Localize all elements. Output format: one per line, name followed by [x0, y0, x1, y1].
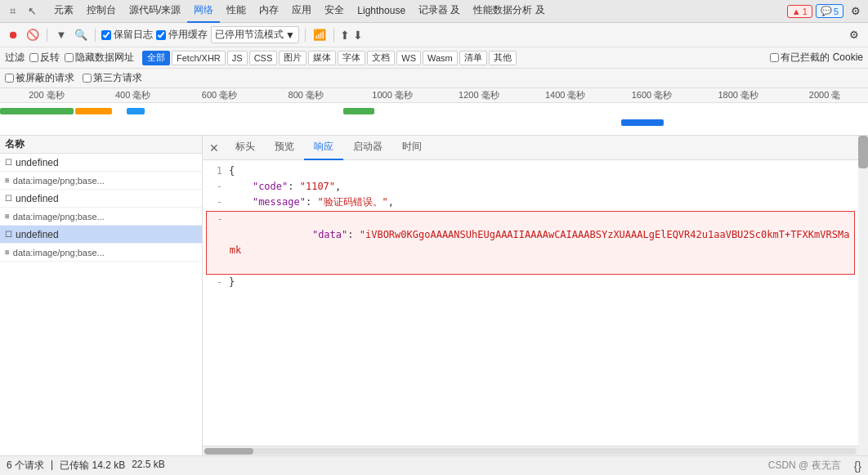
response-line-4: - "data": "iVBORw0KGgoAAAANSUhEUgAAAIIAA… — [206, 211, 855, 276]
item-name: undefined — [16, 229, 59, 240]
item-name: data:image/png;base... — [13, 248, 105, 258]
separator-3 — [305, 29, 306, 42]
tick-0: 200 毫秒 — [3, 89, 90, 101]
timeline-bar-4 — [621, 119, 664, 126]
menu-item-lighthouse[interactable]: Lighthouse — [351, 0, 412, 23]
throttle-dropdown[interactable]: 已停用节流模式 ▼ — [211, 26, 299, 43]
menu-item-performance[interactable]: 性能 — [220, 0, 253, 23]
tab-initiator[interactable]: 启动器 — [343, 136, 392, 160]
item-name: undefined — [16, 157, 59, 168]
timeline-bar-3 — [343, 108, 374, 114]
filter-wasm-btn[interactable]: Wasm — [423, 51, 458, 65]
menu-item-network[interactable]: 网络 — [187, 0, 220, 23]
timeline-area: 200 毫秒 400 毫秒 600 毫秒 800 毫秒 1000 毫秒 1200… — [0, 88, 868, 136]
tab-headers[interactable]: 标头 — [226, 136, 265, 160]
watermark-text: CSDN @ 夜无言 — [768, 459, 841, 473]
menu-bar: ⌗ ↖ 元素 控制台 源代码/来源 网络 性能 内存 应用 安全 Lightho… — [0, 0, 868, 23]
filter-font-btn[interactable]: 字体 — [338, 51, 365, 65]
menu-bar-left: ⌗ ↖ — [3, 2, 41, 20]
tick-1: 400 毫秒 — [90, 89, 177, 101]
menu-item-perf-insights[interactable]: 性能数据分析 及 — [467, 0, 551, 23]
cookie-filter-checkbox[interactable]: 有已拦截的 Cookie — [770, 51, 863, 65]
wifi-icon[interactable]: 📶 — [311, 27, 328, 43]
list-item[interactable]: ≡ data:image/png;base... — [0, 244, 202, 262]
dock-icon[interactable]: ⌗ — [3, 2, 21, 20]
record-button[interactable]: ⏺ — [5, 27, 21, 43]
scrollbar-track — [204, 448, 857, 455]
filter-media-btn[interactable]: 媒体 — [308, 51, 336, 65]
inspect-icon[interactable]: ↖ — [23, 2, 41, 20]
tab-preview[interactable]: 预览 — [265, 136, 304, 160]
filter-all-btn[interactable]: 全部 — [142, 51, 170, 65]
close-panel-button[interactable]: ✕ — [205, 139, 223, 157]
vertical-scrollbar[interactable] — [858, 136, 868, 455]
filter-fetch-btn[interactable]: Fetch/XHR — [172, 51, 226, 65]
timeline-bar-0 — [0, 108, 74, 114]
horizontal-scrollbar[interactable] — [203, 446, 858, 455]
hide-data-urls-checkbox[interactable]: 隐藏数据网址 — [65, 51, 134, 65]
menu-item-sources[interactable]: 源代码/来源 — [123, 0, 187, 23]
settings-icon[interactable]: ⚙ — [847, 2, 865, 20]
filter-ws-btn[interactable]: WS — [396, 51, 421, 65]
upload-icon[interactable]: ⬆ — [340, 29, 350, 42]
preserve-log-label: 保留日志 — [114, 28, 153, 42]
menu-item-application[interactable]: 应用 — [285, 0, 318, 23]
filter-css-btn[interactable]: CSS — [249, 51, 278, 65]
menu-item-elements[interactable]: 元素 — [47, 0, 80, 23]
error-badge[interactable]: ▲ 1 — [787, 5, 812, 18]
response-content[interactable]: 1 { - "code": "1107", - "message": "验证码错… — [203, 160, 858, 446]
menu-item-console[interactable]: 控制台 — [80, 0, 123, 23]
filter-other-btn[interactable]: 其他 — [489, 51, 517, 65]
transferred-label: 已传输 14.2 kB — [60, 459, 125, 473]
reverse-checkbox[interactable]: 反转 — [29, 51, 60, 65]
filter-icon[interactable]: ▼ — [53, 27, 69, 43]
search-icon[interactable]: 🔍 — [73, 27, 89, 43]
info-badge[interactable]: 💬 5 — [816, 4, 843, 18]
info-count: 5 — [834, 7, 839, 16]
disable-cache-label: 停用缓存 — [168, 28, 208, 42]
scrollbar-thumb[interactable] — [204, 448, 253, 455]
filter-img-btn[interactable]: 图片 — [279, 51, 306, 65]
list-item[interactable]: ☐ undefined — [0, 190, 202, 208]
clear-button[interactable]: 🚫 — [25, 27, 41, 43]
tab-response[interactable]: 响应 — [304, 136, 343, 160]
menu-items: 元素 控制台 源代码/来源 网络 性能 内存 应用 安全 Lighthouse … — [47, 0, 787, 23]
dropdown-arrow: ▼ — [285, 29, 295, 41]
filter-manifest-btn[interactable]: 清单 — [459, 51, 487, 65]
v-scrollbar-thumb[interactable] — [858, 136, 868, 168]
data-icon: ≡ — [5, 248, 10, 257]
tick-7: 1600 毫秒 — [609, 89, 696, 101]
third-party-checkbox[interactable]: 第三方请求 — [83, 71, 142, 85]
download-icon[interactable]: ⬇ — [353, 29, 363, 42]
console-icon[interactable]: {} — [854, 459, 861, 473]
network-settings-icon[interactable]: ⚙ — [845, 26, 863, 44]
status-bar: 6 个请求 | 已传输 14.2 kB 22.5 kB CSDN @ 夜无言 {… — [0, 455, 868, 475]
menu-bar-right: ▲ 1 💬 5 ⚙ — [787, 2, 865, 20]
tick-3: 800 毫秒 — [262, 89, 349, 101]
tab-timing[interactable]: 时间 — [392, 136, 432, 160]
item-name: data:image/png;base... — [13, 212, 105, 222]
list-item[interactable]: ☐ undefined — [0, 154, 202, 172]
size-label: 22.5 kB — [132, 459, 165, 473]
menu-item-memory[interactable]: 内存 — [253, 0, 285, 23]
tick-8: 1800 毫秒 — [695, 89, 781, 101]
list-item[interactable]: ≡ data:image/png;base... — [0, 208, 202, 226]
error-icon: ▲ — [792, 7, 801, 16]
response-line-5: - } — [206, 275, 855, 290]
response-line-1: 1 { — [206, 164, 855, 179]
data-icon: ≡ — [5, 176, 10, 185]
filter-js-btn[interactable]: JS — [227, 51, 248, 65]
menu-item-recorder[interactable]: 记录器 及 — [412, 0, 467, 23]
timeline-header: 200 毫秒 400 毫秒 600 毫秒 800 毫秒 1000 毫秒 1200… — [0, 88, 868, 103]
blocked-requests-checkbox[interactable]: 被屏蔽的请求 — [5, 71, 74, 85]
response-line-2: - "code": "1107", — [206, 179, 855, 195]
list-item[interactable]: ☐ undefined — [0, 226, 202, 244]
filter-label: 过滤 — [5, 51, 25, 65]
throttle-label: 已停用节流模式 — [215, 28, 284, 42]
menu-item-security[interactable]: 安全 — [318, 0, 351, 23]
preserve-log-checkbox[interactable]: 保留日志 — [101, 28, 153, 42]
list-item[interactable]: ≡ data:image/png;base... — [0, 172, 202, 190]
item-name: data:image/png;base... — [13, 176, 105, 186]
filter-doc-btn[interactable]: 文档 — [367, 51, 395, 65]
disable-cache-checkbox[interactable]: 停用缓存 — [156, 28, 208, 42]
